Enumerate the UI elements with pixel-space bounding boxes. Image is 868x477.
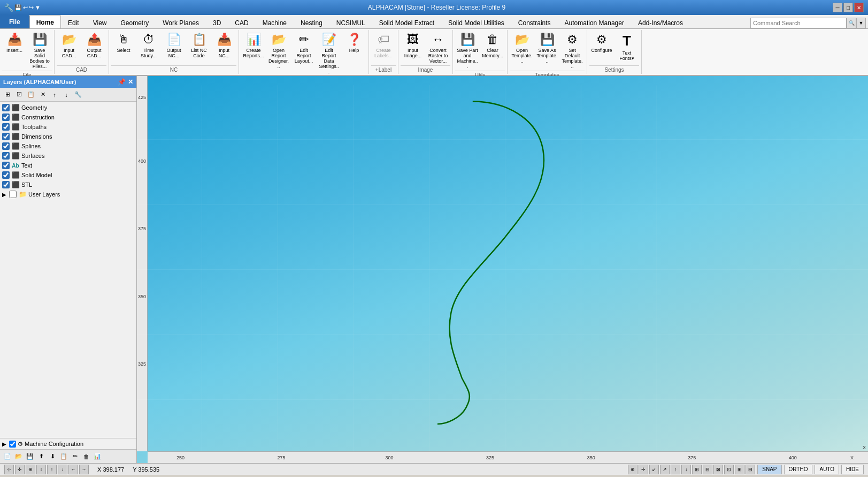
snap-button[interactable]: SNAP bbox=[757, 465, 781, 474]
layer-toolpaths[interactable]: ⬛ Toolpaths bbox=[0, 122, 136, 132]
layer-splines[interactable]: ⬛ Splines bbox=[0, 141, 136, 151]
configure-button[interactable]: ⚙ Configure bbox=[589, 31, 614, 65]
layer-stl-check[interactable] bbox=[2, 181, 10, 188]
status-icon-3[interactable]: ⊕ bbox=[26, 465, 35, 474]
bottom-tool-open[interactable]: 📂 bbox=[13, 451, 24, 462]
machine-config-check[interactable] bbox=[9, 441, 16, 448]
layer-solidmodel-check[interactable] bbox=[2, 171, 10, 179]
tab-addins[interactable]: Add-Ins/Macros bbox=[631, 17, 690, 28]
output-cad-button[interactable]: 📤 Output CAD... bbox=[82, 31, 106, 65]
status-icon-r9[interactable]: ⊠ bbox=[713, 465, 723, 474]
bottom-tool-chart[interactable]: 📊 bbox=[92, 451, 103, 462]
status-icon-r11[interactable]: ⊞ bbox=[735, 465, 744, 474]
status-icon-r8[interactable]: ⊟ bbox=[703, 465, 712, 474]
maximize-button[interactable]: □ bbox=[843, 3, 853, 12]
input-image-button[interactable]: 🖼 Input Image... bbox=[401, 31, 425, 65]
open-report-button[interactable]: 📂 Open Report Designer... bbox=[266, 31, 291, 71]
tab-solidmodelextract[interactable]: Solid Model Extract bbox=[372, 17, 441, 28]
insert-button[interactable]: 📥 Insert... bbox=[2, 31, 27, 65]
tab-edit[interactable]: Edit bbox=[61, 17, 86, 28]
auto-button[interactable]: AUTO bbox=[815, 465, 839, 474]
bottom-tool-up[interactable]: ⬆ bbox=[36, 451, 47, 462]
layer-toolpaths-check[interactable] bbox=[2, 123, 10, 131]
status-icon-8[interactable]: → bbox=[79, 465, 89, 474]
layers-tool-settings[interactable]: 🔧 bbox=[73, 89, 83, 100]
open-template-button[interactable]: 📂 Open Template... bbox=[510, 31, 534, 65]
layer-surfaces-check[interactable] bbox=[2, 152, 10, 160]
search-execute-button[interactable]: 🔍 bbox=[847, 18, 856, 28]
tab-geometry[interactable]: Geometry bbox=[114, 17, 156, 28]
text-fonts-button[interactable]: T Text Fonts▾ bbox=[614, 31, 639, 65]
layers-close-button[interactable]: ✕ bbox=[128, 78, 133, 86]
search-dropdown-button[interactable]: ▼ bbox=[856, 18, 866, 28]
machine-config-arrow[interactable]: ▶ bbox=[2, 441, 7, 447]
edit-report-layout-button[interactable]: ✏ Edit Report Layout... bbox=[291, 31, 316, 65]
status-icon-r1[interactable]: ⊕ bbox=[628, 465, 637, 474]
tab-3d[interactable]: 3D bbox=[206, 17, 228, 28]
bottom-tool-delete[interactable]: 🗑 bbox=[81, 451, 91, 462]
tab-nesting[interactable]: Nesting bbox=[294, 17, 329, 28]
bottom-tool-edit[interactable]: ✏ bbox=[70, 451, 80, 462]
hide-button[interactable]: HIDE bbox=[841, 465, 864, 474]
canvas-area[interactable]: 425 400 375 350 325 250 bbox=[137, 76, 868, 463]
ortho-button[interactable]: ORTHO bbox=[784, 465, 813, 474]
status-icon-6[interactable]: ↓ bbox=[58, 465, 67, 474]
status-icon-1[interactable]: ⊹ bbox=[4, 465, 14, 474]
layers-tool-up[interactable]: ↑ bbox=[49, 89, 60, 100]
layer-solidmodel[interactable]: ⬛ Solid Model bbox=[0, 170, 136, 180]
tab-automationmanager[interactable]: Automation Manager bbox=[558, 17, 631, 28]
save-solid-button[interactable]: 💾 Save Solid Bodies to Files... bbox=[27, 31, 52, 71]
qa-save[interactable]: 💾 bbox=[14, 4, 22, 11]
status-icon-r2[interactable]: ✛ bbox=[639, 465, 648, 474]
output-nc-button[interactable]: 📄 Output NC... bbox=[162, 31, 186, 65]
status-icon-r5[interactable]: ↑ bbox=[671, 465, 680, 474]
layers-pin-button[interactable]: 📌 bbox=[118, 78, 126, 86]
save-as-template-button[interactable]: 💾 Save As Template... bbox=[535, 31, 559, 65]
layers-tool-check[interactable]: ☑ bbox=[14, 89, 25, 100]
status-icon-7[interactable]: ← bbox=[68, 465, 78, 474]
layers-tool-copy[interactable]: 📋 bbox=[26, 89, 36, 100]
edit-report-data-button[interactable]: 📝 Edit Report Data Settings... bbox=[317, 31, 341, 76]
time-study-button[interactable]: ⏱ Time Study... bbox=[136, 31, 161, 65]
status-icon-5[interactable]: ↑ bbox=[47, 465, 57, 474]
bottom-tool-save[interactable]: 💾 bbox=[25, 451, 35, 462]
input-nc-button[interactable]: 📥 Input NC... bbox=[212, 31, 236, 65]
tab-file[interactable]: File bbox=[0, 14, 29, 28]
minimize-button[interactable]: ─ bbox=[833, 3, 842, 12]
status-icon-r6[interactable]: ↓ bbox=[681, 465, 691, 474]
layer-userlayers[interactable]: ▶ 📁 User Layers bbox=[0, 190, 136, 199]
convert-raster-button[interactable]: ↔ Convert Raster to Vector... bbox=[426, 31, 450, 65]
input-cad-button[interactable]: 📂 Input CAD... bbox=[57, 31, 81, 65]
create-labels-button[interactable]: 🏷 Create Labels... bbox=[371, 31, 396, 65]
list-nc-code-button[interactable]: 📋 List NC Code bbox=[187, 31, 211, 65]
bottom-tool-copy[interactable]: 📋 bbox=[58, 451, 69, 462]
command-search-input[interactable] bbox=[750, 18, 847, 28]
set-default-template-button[interactable]: ⚙ Set Default Template... bbox=[560, 31, 585, 71]
tab-cad[interactable]: CAD bbox=[228, 17, 255, 28]
status-icon-r3[interactable]: ↙ bbox=[649, 465, 659, 474]
clear-memory-button[interactable]: 🗑 Clear Memory... bbox=[480, 31, 505, 65]
qa-dropdown[interactable]: ▼ bbox=[35, 4, 41, 11]
select-button[interactable]: 🖱 Select bbox=[111, 31, 136, 65]
layer-stl[interactable]: ⬛ STL bbox=[0, 180, 136, 190]
layer-dimensions-check[interactable] bbox=[2, 133, 10, 140]
status-icon-r4[interactable]: ↗ bbox=[660, 465, 670, 474]
layer-splines-check[interactable] bbox=[2, 142, 10, 150]
status-icon-r7[interactable]: ⊞ bbox=[692, 465, 702, 474]
tab-solidmodelutilities[interactable]: Solid Model Utilities bbox=[441, 17, 511, 28]
layer-geometry-check[interactable] bbox=[2, 104, 10, 111]
machine-config-item[interactable]: ▶ ⚙ Machine Configuration bbox=[0, 438, 136, 449]
tab-constraints[interactable]: Constraints bbox=[511, 17, 558, 28]
status-icon-2[interactable]: ✛ bbox=[15, 465, 25, 474]
status-icon-r10[interactable]: ⊡ bbox=[724, 465, 734, 474]
layer-construction-check[interactable] bbox=[2, 113, 10, 121]
tab-ncsimul[interactable]: NCSIMUL bbox=[329, 17, 372, 28]
layers-tool-down[interactable]: ↓ bbox=[61, 89, 72, 100]
layer-dimensions[interactable]: ⬛ Dimensions bbox=[0, 132, 136, 141]
close-button[interactable]: ✕ bbox=[854, 3, 864, 12]
layers-tool-grid[interactable]: ⊞ bbox=[2, 89, 13, 100]
layer-text-check[interactable] bbox=[2, 162, 10, 169]
layer-geometry[interactable]: ⬛ Geometry bbox=[0, 103, 136, 112]
layer-construction[interactable]: ⬛ Construction bbox=[0, 112, 136, 122]
layer-text[interactable]: Ab Text bbox=[0, 161, 136, 170]
